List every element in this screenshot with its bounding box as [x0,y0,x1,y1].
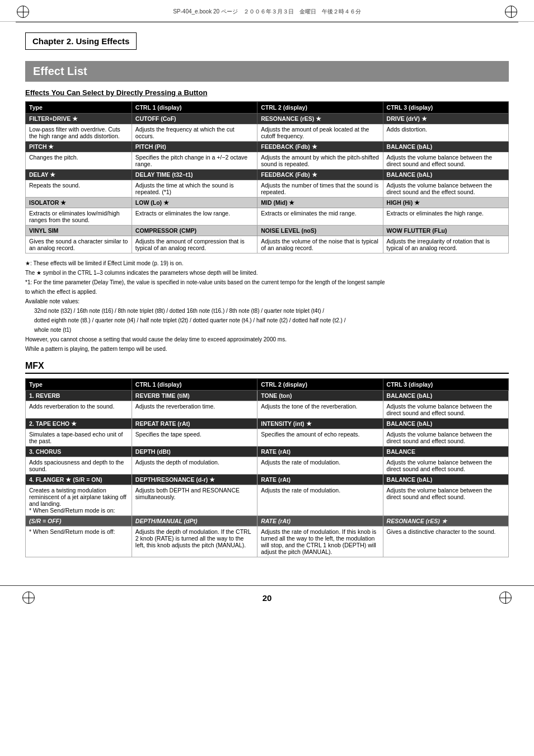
table-row: (S/R = OFF) DEPTH/MANUAL (dPt) RATE (rAt… [26,516,509,527]
table-row: Changes the pitch. Specifies the pitch c… [26,152,509,170]
table-row: DELAY ★ DELAY TIME (t32–t1) FEEDBACK (Fd… [26,170,509,180]
table-row: 2. TAPE ECHO ★ REPEAT RATE (rAt) INTENSI… [26,419,509,429]
table-row: Low-pass filter with overdrive. Cuts the… [26,124,509,142]
mfx-col-ctrl2: CTRL 2 (display) [257,379,383,391]
table-row: Adds reverberation to the sound. Adjusts… [26,401,509,419]
mfx-col-ctrl3: CTRL 3 (display) [383,379,508,391]
table-row: ISOLATOR ★ LOW (Lo) ★ MID (Mid) ★ HIGH (… [26,198,509,208]
corner-mark-bottom-right [499,591,512,604]
table-row: Extracts or eliminates low/mid/high rang… [26,208,509,226]
table-row: PITCH ★ PITCH (Pit) FEEDBACK (Fdb) ★ BAL… [26,142,509,152]
chapter-title: Chapter 2. Using Effects [25,32,137,50]
effects-subtitle: Effects You Can Select by Directly Press… [25,88,509,97]
page: SP-404_e.book 20 ページ ２００６年３月３日 金曜日 午後２時４… [0,0,534,756]
mfx-col-type: Type [26,379,132,391]
col-header-ctrl2: CTRL 2 (display) [257,102,383,114]
effect-list-title: Effect List [25,61,509,82]
corner-mark-top-right [505,6,517,18]
table-row: Creates a twisting modulation reminiscen… [26,485,509,516]
main-content: Chapter 2. Using Effects Effect List Eff… [0,22,534,580]
table-row: Gives the sound a character similar to a… [26,236,509,253]
table-row: 3. CHORUS DEPTH (dBt) RATE (rAt) BALANCE [26,447,509,457]
col-header-type: Type [26,102,132,114]
effects-notes: ★: These effects will be limited if Effe… [25,259,509,353]
table-row: 4. FLANGER ★ (S/R = ON) DEPTH/RESONANCE … [26,475,509,485]
table-row: Adds spaciousness and depth to the sound… [26,457,509,475]
mfx-table: Type CTRL 1 (display) CTRL 2 (display) C… [25,378,509,557]
table-row: Repeats the sound. Adjusts the time at w… [26,180,509,198]
page-number: 20 [263,593,272,603]
corner-mark-bottom-left [22,591,35,604]
table-row: FILTER+DRIVE ★ CUTOFF (CoF) RESONANCE (r… [26,114,509,124]
effects-table: Type CTRL 1 (display) CTRL 2 (display) C… [25,101,509,253]
table-row: 1. REVERB REVERB TIME (tiM) TONE (ton) B… [26,391,509,401]
mfx-title: MFX [25,361,509,374]
col-header-ctrl1: CTRL 1 (display) [132,102,257,114]
mfx-col-ctrl1: CTRL 1 (display) [132,379,257,391]
table-row: Simulates a tape-based echo unit of the … [26,429,509,447]
col-header-ctrl3: CTRL 3 (display) [383,102,508,114]
corner-mark-top-left [17,6,29,18]
table-row: * When Send/Return mode is off: Adjusts … [26,527,509,557]
header-meta: SP-404_e.book 20 ページ ２００６年３月３日 金曜日 午後２時４… [173,8,361,16]
table-row: VINYL SIM COMPRESSOR (CMP) NOISE LEVEL (… [26,226,509,236]
